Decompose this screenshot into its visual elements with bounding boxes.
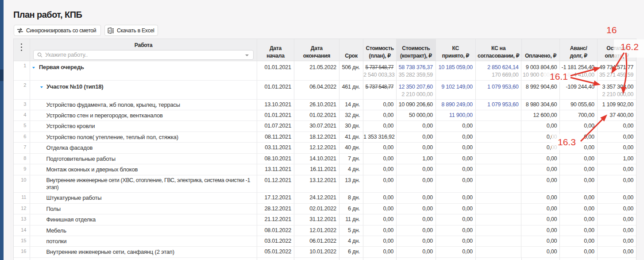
svg-text:x: x — [109, 28, 111, 32]
